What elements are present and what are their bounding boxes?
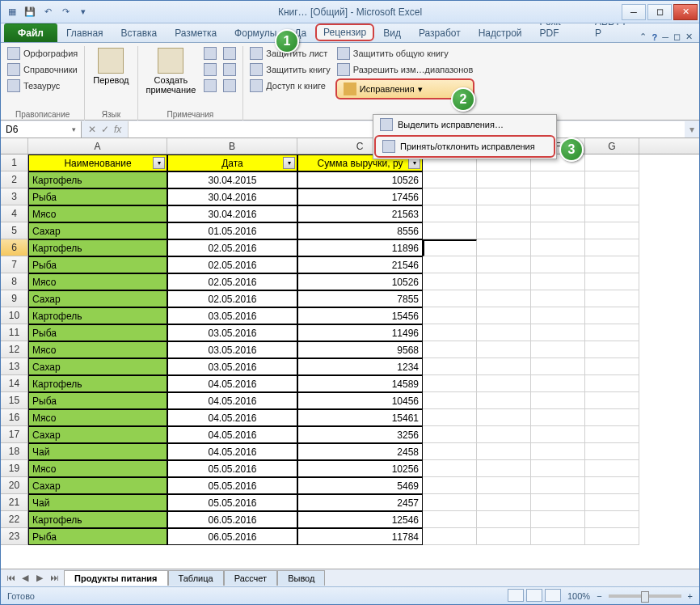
cell-name[interactable]: Сахар xyxy=(28,477,167,494)
cell-sum[interactable]: 11784 xyxy=(297,528,423,545)
cell[interactable] xyxy=(477,494,531,511)
tab-layout[interactable]: Разметка xyxy=(166,23,226,42)
cell-sum[interactable]: 10526 xyxy=(297,273,423,290)
cell[interactable] xyxy=(585,375,639,392)
cell[interactable] xyxy=(423,358,477,375)
cell[interactable] xyxy=(585,239,639,256)
cell-sum[interactable]: 15461 xyxy=(297,409,423,426)
cell[interactable] xyxy=(477,443,531,460)
cell[interactable] xyxy=(585,171,639,188)
row-header[interactable]: 18 xyxy=(1,443,28,460)
tab-addins[interactable]: Надстрой xyxy=(470,23,531,42)
name-box[interactable]: D6▾ xyxy=(1,121,82,138)
row-header[interactable]: 14 xyxy=(1,375,28,392)
cell[interactable] xyxy=(531,256,585,273)
cell-sum[interactable]: 5469 xyxy=(297,477,423,494)
cell-date[interactable]: 04.05.2016 xyxy=(167,409,297,426)
tab-insert[interactable]: Вставка xyxy=(112,23,167,42)
cell[interactable] xyxy=(477,511,531,528)
cell[interactable] xyxy=(531,409,585,426)
cell-name[interactable]: Сахар xyxy=(28,290,167,307)
cell-sum[interactable]: 1234 xyxy=(297,358,423,375)
cell[interactable] xyxy=(531,171,585,188)
cell-date[interactable]: 03.05.2016 xyxy=(167,307,297,324)
cell[interactable] xyxy=(423,290,477,307)
redo-icon[interactable]: ↷ xyxy=(57,4,74,20)
cell[interactable] xyxy=(585,477,639,494)
cell-name[interactable]: Картофель xyxy=(28,171,167,188)
row-header[interactable]: 3 xyxy=(1,188,28,205)
thesaurus-button[interactable]: Тезаурус xyxy=(6,78,79,93)
comment-show1[interactable] xyxy=(221,46,238,61)
cell[interactable] xyxy=(423,324,477,341)
cell[interactable] xyxy=(531,205,585,222)
cell[interactable] xyxy=(423,341,477,358)
cell-sum[interactable]: 10526 xyxy=(297,171,423,188)
cell-name[interactable]: Картофель xyxy=(28,375,167,392)
qat-dropdown-icon[interactable]: ▾ xyxy=(75,4,91,20)
cell[interactable] xyxy=(531,511,585,528)
undo-icon[interactable]: ↶ xyxy=(40,4,56,20)
cell[interactable] xyxy=(531,375,585,392)
cell-sum[interactable]: 10456 xyxy=(297,392,423,409)
cell[interactable] xyxy=(423,494,477,511)
cell[interactable] xyxy=(585,494,639,511)
cell[interactable] xyxy=(585,324,639,341)
cell[interactable] xyxy=(423,460,477,477)
view-layout-icon[interactable] xyxy=(526,589,542,602)
sheet-tab-4[interactable]: Вывод xyxy=(277,570,325,586)
cell[interactable] xyxy=(423,392,477,409)
cell-name[interactable]: Рыба xyxy=(28,256,167,273)
cell-date[interactable]: 02.05.2016 xyxy=(167,256,297,273)
cell[interactable] xyxy=(423,188,477,205)
cell[interactable] xyxy=(423,443,477,460)
row-header[interactable]: 8 xyxy=(1,273,28,290)
cell-name[interactable]: Рыба xyxy=(28,324,167,341)
cell-date[interactable]: 04.05.2016 xyxy=(167,392,297,409)
cell[interactable] xyxy=(423,256,477,273)
cell[interactable] xyxy=(585,443,639,460)
cell-sum[interactable]: 17456 xyxy=(297,188,423,205)
comment-show2[interactable] xyxy=(221,62,238,77)
cell-date[interactable]: 02.05.2016 xyxy=(167,290,297,307)
cell-name[interactable]: Рыба xyxy=(28,188,167,205)
cell[interactable] xyxy=(585,426,639,443)
cell-date[interactable]: 02.05.2016 xyxy=(167,273,297,290)
cell-sum[interactable]: 12546 xyxy=(297,511,423,528)
tab-developer[interactable]: Разработ xyxy=(410,23,470,42)
cell[interactable] xyxy=(585,460,639,477)
row-header[interactable]: 15 xyxy=(1,392,28,409)
cell-date[interactable]: 01.05.2016 xyxy=(167,222,297,239)
cell[interactable] xyxy=(477,409,531,426)
cell[interactable] xyxy=(423,239,477,256)
accept-reject-item[interactable]: Принять/отклонить исправления xyxy=(374,135,555,158)
cell[interactable] xyxy=(477,188,531,205)
zoom-in-icon[interactable]: + xyxy=(688,591,693,601)
row-header[interactable]: 5 xyxy=(1,222,28,239)
row-header-1[interactable]: 1 xyxy=(1,154,28,171)
excel-icon[interactable]: ▦ xyxy=(4,4,20,20)
filter-icon[interactable]: ▾ xyxy=(153,157,165,169)
comment-nav2[interactable] xyxy=(202,62,218,77)
fx-enter-icon[interactable]: ✓ xyxy=(101,124,109,135)
cell-name[interactable]: Мясо xyxy=(28,460,167,477)
allow-ranges-button[interactable]: Разрешить изм…диапазонов xyxy=(335,62,475,77)
cell[interactable] xyxy=(477,324,531,341)
cell[interactable] xyxy=(531,494,585,511)
zoom-level[interactable]: 100% xyxy=(567,591,590,601)
sheet-tab-2[interactable]: Таблица xyxy=(168,570,224,586)
cell-date[interactable]: 30.04.2015 xyxy=(167,171,297,188)
cell[interactable] xyxy=(477,358,531,375)
help-icon[interactable]: ? xyxy=(652,32,657,42)
close-button[interactable]: ✕ xyxy=(673,4,698,20)
comment-nav3[interactable] xyxy=(202,78,218,93)
cell[interactable] xyxy=(423,307,477,324)
header-cell-date[interactable]: Дата▾ xyxy=(167,154,297,171)
cell[interactable] xyxy=(531,443,585,460)
cell[interactable] xyxy=(531,188,585,205)
cell-name[interactable]: Сахар xyxy=(28,222,167,239)
row-header[interactable]: 11 xyxy=(1,324,28,341)
sheet-first-icon[interactable]: ⏮ xyxy=(4,573,17,583)
cell[interactable] xyxy=(585,205,639,222)
cell-sum[interactable]: 21563 xyxy=(297,205,423,222)
